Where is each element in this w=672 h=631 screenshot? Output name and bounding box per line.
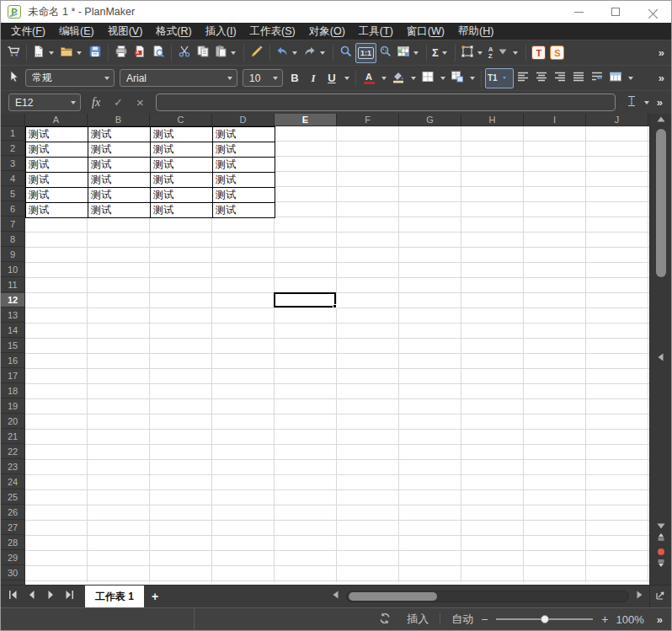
pane-corner-button[interactable] xyxy=(649,586,671,607)
toolbar-overflow-button[interactable]: » xyxy=(655,72,668,84)
insert-table-button[interactable] xyxy=(395,43,423,63)
cell-format-caret[interactable] xyxy=(470,77,475,80)
cell-C3[interactable]: 测试 xyxy=(151,158,213,173)
row-header-17[interactable]: 17 xyxy=(1,369,24,383)
menu-w[interactable]: 窗口(W) xyxy=(400,23,451,40)
vertical-scroll-thumb[interactable] xyxy=(656,129,666,277)
copy-button[interactable] xyxy=(194,43,212,63)
cell-D5[interactable]: 测试 xyxy=(213,188,275,203)
cell-C6[interactable]: 测试 xyxy=(151,203,213,218)
menu-s[interactable]: 工作表(S) xyxy=(243,23,302,40)
format-paintbrush-button[interactable] xyxy=(248,43,266,63)
cell-D3[interactable]: 测试 xyxy=(213,158,275,173)
open-folder-button[interactable] xyxy=(58,43,86,63)
row-header-16[interactable]: 16 xyxy=(1,354,24,368)
close-button[interactable] xyxy=(634,1,671,23)
cell-D2[interactable]: 测试 xyxy=(213,142,275,158)
row-header-15[interactable]: 15 xyxy=(1,339,24,353)
row-header-10[interactable]: 10 xyxy=(1,263,24,277)
row-header-13[interactable]: 13 xyxy=(1,308,24,323)
scroll-right-button[interactable] xyxy=(631,591,648,602)
menu-r[interactable]: 格式(R) xyxy=(149,23,198,40)
row-header-22[interactable]: 22 xyxy=(1,445,24,459)
row-header-29[interactable]: 29 xyxy=(1,551,24,565)
wrap-text-button[interactable] xyxy=(588,68,606,88)
next-mark-button[interactable] xyxy=(653,559,669,570)
split-pane-button[interactable] xyxy=(653,353,669,365)
cell-C1[interactable]: 测试 xyxy=(151,127,213,142)
search-button[interactable] xyxy=(337,43,355,63)
column-header-I[interactable]: I xyxy=(524,114,586,126)
cell-A6[interactable]: 测试 xyxy=(26,203,88,218)
insert-object-button[interactable] xyxy=(459,43,487,63)
cell-B6[interactable]: 测试 xyxy=(88,203,151,218)
presentations-button[interactable]: S xyxy=(548,43,567,63)
text-orientation-button[interactable]: T1 xyxy=(485,68,514,88)
row-header-1[interactable]: 1 xyxy=(1,126,24,141)
cell-D6[interactable]: 测试 xyxy=(213,203,275,218)
menu-v[interactable]: 视图(V) xyxy=(101,23,150,40)
cell-C5[interactable]: 测试 xyxy=(151,188,213,203)
export-pdf-button[interactable]: A xyxy=(131,43,149,63)
undo-button[interactable] xyxy=(274,43,301,63)
fill-handle[interactable] xyxy=(333,304,337,308)
previous-sheet-button[interactable] xyxy=(23,588,41,605)
align-center-button[interactable] xyxy=(532,68,551,88)
new-document-caret[interactable] xyxy=(49,51,54,55)
add-sheet-button[interactable]: + xyxy=(144,586,166,607)
underline-options-caret[interactable] xyxy=(344,77,349,80)
row-header-27[interactable]: 27 xyxy=(1,521,24,535)
active-cell-selection[interactable] xyxy=(274,292,336,307)
select-cursor-button[interactable] xyxy=(4,68,23,88)
new-document-button[interactable] xyxy=(30,43,58,63)
merge-cells-caret[interactable] xyxy=(628,77,633,80)
horizontal-scroll-track[interactable] xyxy=(346,591,629,602)
bold-button[interactable]: B xyxy=(285,68,304,88)
font-color-button[interactable]: A xyxy=(360,68,378,88)
menu-o[interactable]: 对象(O) xyxy=(302,23,352,40)
paste-caret[interactable] xyxy=(231,51,236,55)
vertical-scrollbar[interactable] xyxy=(649,114,671,585)
cell-C4[interactable]: 测试 xyxy=(151,173,213,188)
column-header-C[interactable]: C xyxy=(150,114,212,126)
align-left-button[interactable] xyxy=(514,68,532,88)
row-header-21[interactable]: 21 xyxy=(1,430,24,444)
zoom-slider[interactable] xyxy=(496,618,593,620)
cells-area[interactable]: 测试测试测试测试测试测试测试测试测试测试测试测试测试测试测试测试测试测试测试测试… xyxy=(25,126,649,585)
column-header-E[interactable]: E xyxy=(275,114,337,126)
formula-overflow-button[interactable]: » xyxy=(653,96,666,109)
insert-mode-indicator[interactable]: 插入 xyxy=(407,612,429,627)
menu-h[interactable]: 帮助(H) xyxy=(451,23,500,40)
row-header-23[interactable]: 23 xyxy=(1,460,24,474)
first-sheet-button[interactable] xyxy=(4,588,23,605)
sync-button[interactable] xyxy=(378,612,392,628)
autosum-caret[interactable] xyxy=(442,51,447,55)
cell-style-select[interactable]: 常规 xyxy=(25,69,115,87)
row-header-7[interactable]: 7 xyxy=(1,217,24,232)
row-header-24[interactable]: 24 xyxy=(1,475,24,489)
minimize-button[interactable] xyxy=(560,1,597,23)
horizontal-scroll-thumb[interactable] xyxy=(349,592,437,601)
formula-options-caret[interactable] xyxy=(644,101,649,104)
save-button[interactable] xyxy=(86,43,104,63)
previous-mark-button[interactable] xyxy=(653,533,669,545)
cell-A3[interactable]: 测试 xyxy=(26,158,88,173)
insert-object-caret[interactable] xyxy=(477,51,483,55)
zoom-button[interactable] xyxy=(376,43,395,63)
font-color-caret[interactable] xyxy=(381,77,387,80)
menu-t[interactable]: 工具(T) xyxy=(352,23,400,40)
row-header-19[interactable]: 19 xyxy=(1,399,24,414)
redo-button[interactable] xyxy=(301,43,329,63)
zoom-slider-handle[interactable] xyxy=(541,615,549,623)
zoom-out-button[interactable]: − xyxy=(481,612,488,626)
cell-format-button[interactable] xyxy=(448,68,467,88)
row-header-30[interactable]: 30 xyxy=(1,566,24,580)
align-right-button[interactable] xyxy=(551,68,569,88)
row-header-18[interactable]: 18 xyxy=(1,384,24,398)
row-header-12[interactable]: 12 xyxy=(1,293,24,307)
fill-color-caret[interactable] xyxy=(411,77,416,80)
font-family-select[interactable]: Arial xyxy=(120,69,237,87)
row-header-20[interactable]: 20 xyxy=(1,414,24,429)
cell-D1[interactable]: 测试 xyxy=(213,127,275,142)
align-justify-button[interactable] xyxy=(569,68,588,88)
